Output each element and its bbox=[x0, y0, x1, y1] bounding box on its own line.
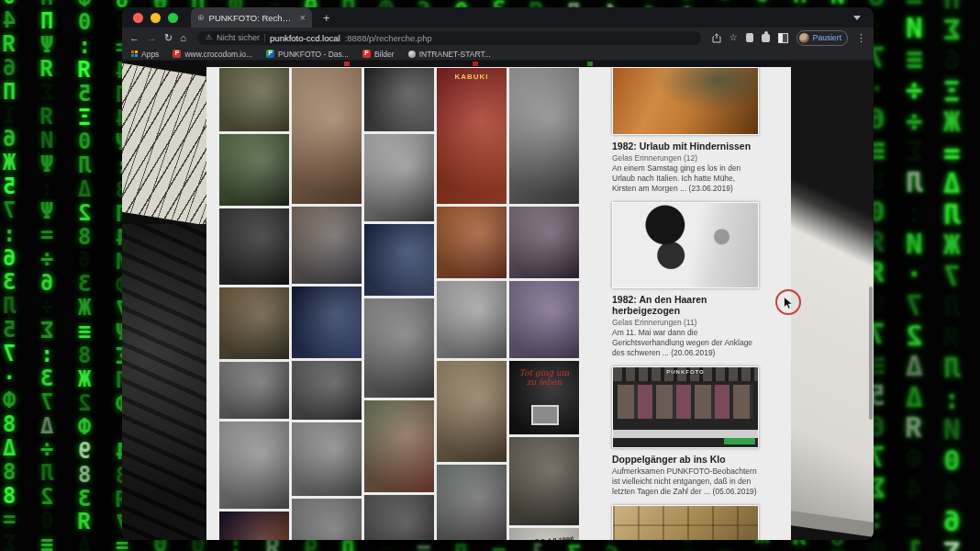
thumb-crowd-bw-2[interactable] bbox=[292, 361, 362, 420]
new-tab-button[interactable]: + bbox=[323, 12, 330, 24]
entry-body: An einem Samstag ging es los in den Urla… bbox=[612, 163, 759, 194]
thumb-chaos-flyer[interactable]: CHAOS 2-4.8.1996 bbox=[509, 528, 579, 540]
page-header-strip bbox=[206, 61, 791, 67]
thumb-crowd-bw[interactable] bbox=[219, 362, 289, 419]
window-minimize-button[interactable] bbox=[150, 13, 161, 23]
site-warning-icon[interactable]: ⚠ bbox=[206, 34, 212, 41]
inset-photo bbox=[531, 405, 559, 425]
tab-search-chevron-icon[interactable] bbox=[853, 16, 861, 20]
thumb-blonde-bw[interactable] bbox=[437, 281, 507, 358]
sync-paused-label: Pausiert bbox=[813, 33, 841, 42]
entry-thumbnail-site-screenshot[interactable]: PUNKFOTO bbox=[612, 366, 759, 448]
thumb-singer-bw[interactable] bbox=[364, 68, 434, 131]
not-secure-label: Nicht sicher bbox=[217, 33, 260, 42]
thumb-fountain-bw[interactable] bbox=[219, 422, 289, 509]
browser-menu-icon[interactable]: ⋮ bbox=[856, 33, 866, 43]
tab-close-icon[interactable]: × bbox=[300, 13, 306, 23]
teal-p-favicon-icon: P bbox=[266, 50, 274, 58]
url-path: :8888/p/recherche.php bbox=[345, 33, 432, 43]
window-zoom-button[interactable] bbox=[168, 13, 178, 23]
site-thumb-grid bbox=[618, 385, 754, 419]
bookmark-punkfoto[interactable]: PPUNKFOTO - Das... bbox=[266, 50, 349, 59]
thumb-outdoor-crowd[interactable] bbox=[219, 68, 289, 131]
bookmark-apps[interactable]: Apps bbox=[131, 50, 159, 59]
globe-favicon-icon bbox=[408, 51, 416, 58]
bookmark-intranet[interactable]: INTRANET-START... bbox=[408, 50, 491, 59]
url-host: punkfoto-ccd.local bbox=[270, 33, 340, 43]
thumb-kabuki-poster[interactable]: KABUKI bbox=[437, 68, 507, 204]
keyboard-photo bbox=[122, 224, 206, 540]
thumb-flea-market[interactable] bbox=[437, 465, 507, 540]
entry-title[interactable]: 1982: An den Haaren herbeigezogen bbox=[612, 294, 759, 316]
thumb-park-walk[interactable] bbox=[219, 134, 289, 206]
red-p-favicon-icon: P bbox=[362, 50, 371, 58]
thumb-purple-street[interactable] bbox=[509, 281, 579, 358]
header-accent bbox=[587, 62, 593, 66]
bookmark-crocodom[interactable]: Pwww.crocodom.io... bbox=[173, 50, 252, 59]
entry-title[interactable]: Doppelgänger ab ins Klo bbox=[612, 454, 759, 465]
entry-meta: Gelas Erinnerungen (12) bbox=[612, 153, 759, 163]
address-bar[interactable]: ⚠ Nicht sicher punkfoto-ccd.local :8888/… bbox=[197, 31, 701, 45]
bookmark-star-icon[interactable]: ☆ bbox=[729, 33, 738, 42]
back-button[interactable]: ← bbox=[129, 33, 139, 43]
extension-contrast-icon[interactable] bbox=[778, 33, 788, 43]
tab-strip: ⊕ PUNKFOTO: Recherche × + bbox=[122, 7, 874, 28]
avatar bbox=[799, 33, 809, 43]
blog-entry: PUNKFOTODoppelgänger ab ins KloAufmerksa… bbox=[612, 366, 759, 497]
page-scrollbar-thumb[interactable] bbox=[869, 287, 873, 420]
thumb-neon-storefront[interactable]: RUS bbox=[219, 512, 289, 540]
thumb-party-indoor[interactable] bbox=[437, 207, 507, 278]
browser-window: ⊕ PUNKFOTO: Recherche × + ← → ↻ ⌂ ⚠ Nich… bbox=[122, 7, 874, 540]
photo-grid-column: KABUKI bbox=[437, 68, 507, 540]
entry-thumbnail-portrait-smoking-bw[interactable] bbox=[612, 202, 759, 288]
profile-sync-badge[interactable]: Pausiert bbox=[796, 30, 848, 46]
browser-toolbar: ← → ↻ ⌂ ⚠ Nicht sicher punkfoto-ccd.loca… bbox=[122, 28, 874, 48]
window-close-button[interactable] bbox=[133, 13, 143, 23]
header-accent bbox=[473, 62, 478, 66]
matrix-column: ПΣ6ΞЖ=ΔЛЖ7ЛЯЛ:И046Σ6Δ bbox=[943, 0, 961, 551]
thumb-market-color[interactable] bbox=[364, 400, 434, 492]
thumb-party-lying[interactable] bbox=[509, 207, 579, 278]
entry-thumbnail-crowd-collage-sepia[interactable] bbox=[612, 505, 759, 540]
site-footer-strip bbox=[613, 430, 758, 438]
thumb-protest-bw[interactable] bbox=[364, 298, 434, 398]
extensions-puzzle-icon[interactable] bbox=[762, 34, 770, 42]
thumb-caption: KABUKI bbox=[437, 73, 507, 81]
photo-grid-column bbox=[364, 68, 434, 540]
photo-grid-column: Tot ging um zu lebenCHAOS 2-4.8.1996 bbox=[509, 68, 579, 540]
page-background-left-photo bbox=[122, 61, 206, 540]
thumb-band-stage[interactable] bbox=[292, 287, 362, 358]
thumb-tattoo-painter[interactable] bbox=[437, 361, 507, 462]
thumb-wild-hair[interactable] bbox=[219, 287, 289, 359]
matrix-column: =И≡÷÷ΣЛ:И·72ΔΔЯФ4=167 bbox=[906, 0, 923, 551]
thumb-tattoo-backs-sepia[interactable] bbox=[292, 68, 362, 204]
tab-punkfoto-recherche[interactable]: ⊕ PUNKFOTO: Recherche × bbox=[191, 7, 312, 28]
thumb-portrait-bw[interactable] bbox=[364, 134, 434, 221]
thumb-kids-bw[interactable] bbox=[292, 499, 362, 540]
bookmark-bilder[interactable]: PBilder bbox=[362, 50, 395, 59]
red-p-favicon-icon: P bbox=[173, 50, 181, 58]
apps-grid-icon bbox=[131, 51, 138, 57]
thumb-park-bw[interactable] bbox=[364, 495, 434, 540]
entry-title[interactable]: 1982: Urlaub mit Hindernissen bbox=[612, 141, 759, 152]
thumb-demo-crowd[interactable] bbox=[509, 437, 579, 525]
page-viewport: RUSKABUKITot ging um zu lebenCHAOS 2-4.8… bbox=[122, 61, 874, 540]
forward-button[interactable]: → bbox=[147, 33, 157, 43]
thumb-punk-group-bw[interactable] bbox=[219, 208, 289, 285]
entry-body: Aufmerksamen PUNKFOTO-Beobachtern ist vi… bbox=[612, 467, 759, 497]
click-highlight-ring bbox=[775, 289, 801, 315]
thumb-caption: CHAOS 2-4.8.1996 bbox=[509, 534, 579, 540]
omnibox-divider bbox=[264, 34, 265, 42]
entry-thumbnail-coast-sepia[interactable] bbox=[612, 67, 759, 135]
thumb-breakdance-bw[interactable] bbox=[292, 422, 362, 496]
thumb-stage-dark[interactable] bbox=[364, 224, 434, 296]
thumb-street-scene[interactable] bbox=[292, 207, 362, 284]
blog-entry bbox=[612, 505, 759, 540]
matrix-column: Ф0:Я5Ξ0ЛΔ2863Ж≡8Ж2Ф983ЯΔ≡Δ bbox=[78, 0, 91, 551]
thumb-mohawk-crowd-bw[interactable] bbox=[509, 68, 579, 204]
share-icon[interactable] bbox=[712, 33, 721, 43]
home-button[interactable]: ⌂ bbox=[180, 33, 186, 43]
thumb-tot-text-card[interactable]: Tot ging um zu leben bbox=[509, 361, 579, 434]
reload-button[interactable]: ↻ bbox=[164, 33, 173, 43]
extension-notes-icon[interactable] bbox=[746, 33, 753, 42]
